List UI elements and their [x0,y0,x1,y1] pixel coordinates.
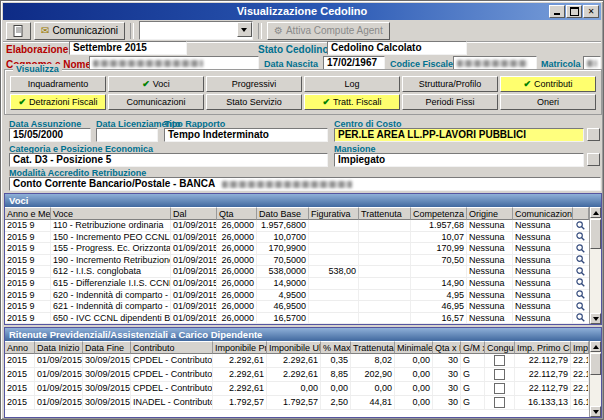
voci-table-row[interactable]: 2015 9 12550 - Rit. Sind. Tessera C.G.I.… [5,324,589,325]
cell-dato-base: 70,5000 [257,255,309,266]
conguaglio-checkbox[interactable] [494,355,505,366]
ritenute-table-row[interactable]: 2015 01/09/2015 30/09/2015 CPDEL - Contr… [5,354,589,368]
minimize-button[interactable] [549,5,565,18]
cell-qta: 26,0000 [217,220,257,231]
modalita-accredito-field[interactable]: Conto Corrente Bancario/Postale - BANCA [9,177,601,191]
column-header[interactable]: Origine [467,207,513,220]
scrollbar-thumb[interactable] [590,219,601,249]
row-detail-button[interactable] [573,301,587,311]
report-button[interactable] [6,22,31,40]
column-header[interactable]: Data Fine [83,341,131,354]
cell-anno-mese: 2015 9 [5,266,51,277]
visualizza-log-button[interactable]: Log [304,76,400,92]
column-header[interactable]: Qta [217,207,257,220]
column-header[interactable]: Imp. Primo Cong. [515,341,571,354]
column-header[interactable]: Anno [5,341,35,354]
row-detail-button[interactable] [573,266,587,276]
row-detail-button[interactable] [573,278,587,288]
maximize-button[interactable] [566,5,582,18]
cell-minimale: 0,00 [395,396,433,409]
row-detail-button[interactable] [573,220,587,230]
voci-table-row[interactable]: 2015 9 110 - Retribuzione ordinaria 01/0… [5,220,589,232]
voci-table-row[interactable]: 2015 9 612 - I.I.S. conglobata 01/09/201… [5,266,589,278]
ritenute-scrollbar[interactable] [589,341,601,417]
cell-conguaglio [485,396,515,409]
column-header[interactable]: Minimale [395,341,433,354]
codice-fiscale-field[interactable] [453,56,537,70]
visualizza-inquadramento-button[interactable]: Inquadramento [10,76,106,92]
voci-table-row[interactable]: 2015 9 190 - Incremento Retribuzione ord… [5,255,589,267]
column-header[interactable]: Anno e Mese [5,207,51,220]
centro-di-costo-field[interactable]: PER.LE AREA LL.PP-LAVORI PUBBLICI [334,128,584,142]
centro-di-costo-browse-button[interactable] [587,128,600,141]
visualizza-detrazioni-fiscali-button[interactable]: ✔Detrazioni Fiscali [10,94,106,110]
visualizza-stato-servizio-button[interactable]: Stato Servizio [206,94,302,110]
row-detail-button[interactable] [573,313,587,323]
column-header[interactable]: Voce [51,207,171,220]
voci-table-row[interactable]: 2015 9 650 - IVC CCNL dipendenti Biennio… [5,313,589,325]
visualizza-tratt-fiscali-button[interactable]: ✔Tratt. Fiscali [304,94,400,110]
row-detail-button[interactable] [573,255,587,265]
mansione-field[interactable]: Impiegato [334,153,584,167]
column-header[interactable]: % Max [321,341,351,354]
column-header[interactable]: Data Inizio [35,341,83,354]
visualizza-struttura-profilo-button[interactable]: Struttura/Profilo [402,76,498,92]
column-header[interactable]: Competenza [411,207,467,220]
column-header[interactable]: Contributo [131,341,213,354]
ritenute-table-row[interactable]: 2015 01/09/2015 30/09/2015 CPDEL - Contr… [5,382,589,396]
categoria-posizione-field[interactable]: Cat. D3 - Posizione 5 [9,153,328,167]
column-header[interactable]: Figurativa [309,207,359,220]
voci-scrollbar[interactable] [589,207,601,324]
conguaglio-checkbox[interactable] [494,397,505,408]
mansione-browse-button[interactable] [587,153,600,166]
column-header[interactable]: Comunicazione [513,207,573,220]
voci-table-row[interactable]: 2015 9 620 - Indennità di comparto - quo… [5,290,589,302]
column-header[interactable]: Imponibile Primo [213,341,267,354]
voci-table-row[interactable]: 2015 9 621 - Indennità di comparto - quo… [5,301,589,313]
visualizza-contributi-button[interactable]: ✔Contributi [500,76,596,92]
ritenute-table-row[interactable]: 2015 01/09/2015 30/09/2015 INADEL - Cont… [5,396,589,410]
column-header[interactable]: Trattenuta [359,207,411,220]
scroll-up-button[interactable] [590,207,601,218]
close-button[interactable]: ✕ [583,5,599,18]
data-assunzione-field[interactable]: 15/05/2000 [9,128,91,142]
row-detail-button[interactable] [573,243,587,253]
scroll-down-button[interactable] [590,406,601,417]
column-header[interactable]: Trattenuta [351,341,395,354]
column-header[interactable]: Dato Base [257,207,309,220]
column-header[interactable]: Imp. U... [571,341,589,354]
row-detail-button[interactable] [573,324,587,325]
column-header[interactable]: Qta x Min... [433,341,461,354]
column-header[interactable]: Dal [171,207,217,220]
cognome-nome-field[interactable] [89,56,259,70]
conguaglio-checkbox[interactable] [494,369,505,380]
visualizza-periodi-fissi-button[interactable]: Periodi Fissi [402,94,498,110]
attiva-compute-agent-button[interactable]: ⚙ Attiva Compute Agent [267,22,390,40]
visualizza-comunicazioni-button[interactable]: Comunicazioni [108,94,204,110]
visualizza-oneri-button[interactable]: Oneri [500,94,596,110]
scroll-up-button[interactable] [590,341,601,352]
scroll-down-button[interactable] [590,313,601,324]
voci-table-row[interactable]: 2015 9 155 - Progress. Ec. Orizzontale 0… [5,243,589,255]
voci-table-row[interactable]: 2015 9 150 - Incremento PEO CCNL 02-05 0… [5,232,589,244]
matricola-field[interactable] [583,56,601,70]
conguaglio-checkbox[interactable] [494,383,505,394]
ritenute-table-row[interactable]: 2015 01/09/2015 30/09/2015 CPDEL - Contr… [5,368,589,382]
visualizza-voci-button[interactable]: ✔Voci [108,76,204,92]
column-header[interactable]: G/M x Min... [461,341,485,354]
column-header[interactable]: Imponibile Ultimo [267,341,321,354]
scrollbar-thumb[interactable] [590,353,601,375]
toolbar-combobox[interactable] [139,21,253,40]
comunicazioni-button[interactable]: ✉ Comunicazioni [34,22,125,40]
column-header[interactable]: Conguaglio [485,341,515,354]
elaborazione-field[interactable]: Settembre 2015 [69,41,187,55]
data-licenziamento-field[interactable] [96,128,158,142]
data-nascita-field[interactable]: 17/02/1967 [323,56,385,70]
row-detail-button[interactable] [573,290,587,300]
stato-cedolino-field[interactable]: Cedolino Calcolato [327,41,467,55]
row-detail-button[interactable] [573,232,587,242]
voci-table-row[interactable]: 2015 9 615 - Differenziale I.I.S. CCNL 0… [5,278,589,290]
tipo-rapporto-field[interactable]: Tempo Indeterminato [164,128,328,142]
combo-dropdown-button[interactable] [237,22,252,37]
visualizza-progressivi-button[interactable]: Progressivi [206,76,302,92]
